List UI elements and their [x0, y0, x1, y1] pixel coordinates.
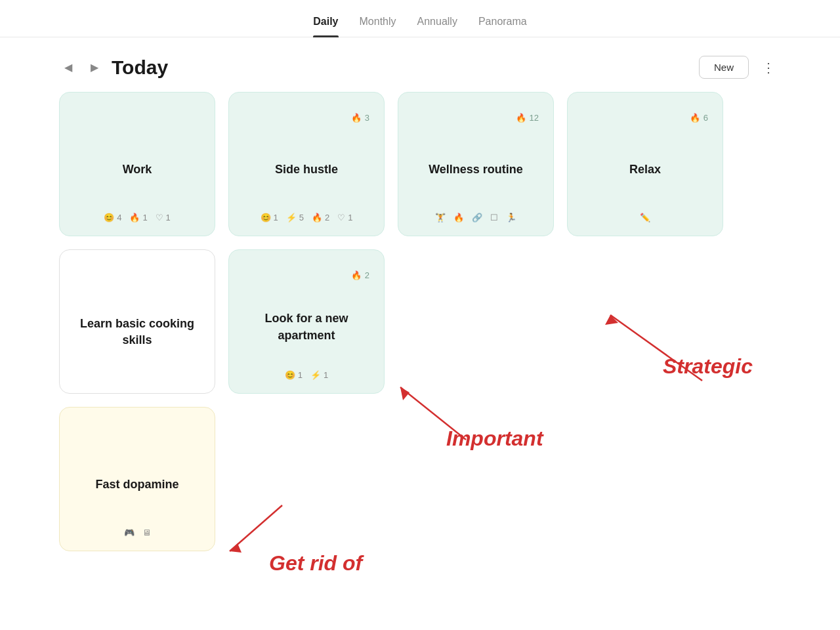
- card-work-title: Work: [74, 132, 200, 207]
- tab-daily[interactable]: Daily: [313, 16, 338, 37]
- card-sh-bolt: ⚡5: [286, 213, 304, 222]
- more-options-button[interactable]: ⋮: [757, 57, 781, 78]
- card-side-hustle-footer: 😊1 ⚡5 🔥2 ♡1: [243, 213, 369, 222]
- box-icon: ☐: [490, 213, 498, 222]
- card-apartment-title: Look for a new apartment: [243, 289, 369, 365]
- card-fast-dopamine-top: [74, 423, 200, 442]
- card-work-top: [74, 108, 200, 127]
- cards-container: Work 😊4 🔥1 ♡1 🔥 3 Side hustle 😊1 ⚡5 🔥2 ♡…: [0, 92, 840, 551]
- card-wellness-streak: 🔥 12: [516, 113, 539, 123]
- card-relax[interactable]: 🔥 6 Relax ✏️: [567, 92, 723, 236]
- page-title: Today: [112, 56, 691, 79]
- card-work[interactable]: Work 😊4 🔥1 ♡1: [59, 92, 215, 236]
- cards-row-2: Learn basic cooking skills 🔥 2 Look for …: [59, 249, 781, 394]
- card-apt-bolt: ⚡1: [310, 370, 328, 380]
- next-button[interactable]: ▶: [85, 58, 104, 76]
- card-relax-footer: ✏️: [582, 213, 708, 222]
- card-fast-dopamine-footer: 🎮 🖥: [74, 528, 200, 537]
- card-apartment-top: 🔥 2: [243, 266, 369, 284]
- card-sh-fire: 🔥2: [312, 213, 329, 222]
- flame-icon: 🔥: [351, 113, 362, 123]
- flame-icon: 🔥: [690, 113, 700, 123]
- link-icon: 🔗: [472, 213, 482, 222]
- card-relax-streak: 🔥 6: [690, 113, 708, 123]
- new-button[interactable]: New: [699, 56, 749, 79]
- card-apartment-footer: 😊1 ⚡1: [243, 370, 369, 380]
- card-side-hustle-title: Side hustle: [243, 132, 369, 207]
- pencil-icon: ✏️: [640, 213, 650, 222]
- get-rid-label: Get rid of: [269, 551, 362, 576]
- card-wellness-top: 🔥 12: [413, 108, 539, 127]
- card-relax-title: Relax: [582, 132, 708, 207]
- cards-row-1: Work 😊4 🔥1 ♡1 🔥 3 Side hustle 😊1 ⚡5 🔥2 ♡…: [59, 92, 781, 236]
- card-work-heart: ♡1: [156, 213, 171, 222]
- card-apt-emoji: 😊1: [285, 370, 303, 380]
- tab-panorama[interactable]: Panorama: [478, 16, 527, 37]
- card-sh-heart: ♡1: [337, 213, 352, 222]
- card-work-fire: 🔥1: [129, 213, 147, 222]
- card-cooking-title: Learn basic cooking skills: [74, 289, 200, 375]
- nav-tabs: Daily Monthly Annually Panorama: [0, 0, 840, 37]
- tab-monthly[interactable]: Monthly: [360, 16, 396, 37]
- game-icon: 🎮: [124, 528, 135, 537]
- run-icon: 🏃: [506, 213, 516, 222]
- cards-row-3: Fast dopamine 🎮 🖥: [59, 407, 781, 551]
- header-row: ◀ ▶ Today New ⋮: [0, 37, 840, 92]
- card-side-hustle-streak: 🔥 3: [351, 113, 369, 123]
- card-fast-dopamine[interactable]: Fast dopamine 🎮 🖥: [59, 407, 215, 551]
- card-wellness-footer: 🏋 🔥 🔗 ☐ 🏃: [413, 213, 539, 222]
- card-sh-emoji: 😊1: [261, 213, 278, 222]
- card-work-emoji: 😊4: [104, 213, 121, 222]
- fire-icon: 🔥: [453, 213, 464, 222]
- card-apartment-streak: 🔥 2: [351, 270, 369, 280]
- card-wellness-title: Wellness routine: [413, 132, 539, 207]
- monitor-icon: 🖥: [142, 528, 151, 537]
- card-cooking-top: [74, 266, 200, 284]
- card-relax-top: 🔥 6: [582, 108, 708, 127]
- card-apartment[interactable]: 🔥 2 Look for a new apartment 😊1 ⚡1: [228, 249, 385, 394]
- card-side-hustle-top: 🔥 3: [243, 108, 369, 127]
- card-cooking[interactable]: Learn basic cooking skills: [59, 249, 215, 394]
- flame-icon: 🔥: [351, 270, 362, 280]
- barbell-icon: 🏋: [435, 213, 446, 222]
- card-side-hustle[interactable]: 🔥 3 Side hustle 😊1 ⚡5 🔥2 ♡1: [228, 92, 385, 236]
- tab-annually[interactable]: Annually: [417, 16, 457, 37]
- card-fast-dopamine-title: Fast dopamine: [74, 447, 200, 522]
- card-wellness[interactable]: 🔥 12 Wellness routine 🏋 🔥 🔗 ☐ 🏃: [398, 92, 554, 236]
- prev-button[interactable]: ◀: [59, 58, 77, 76]
- flame-icon: 🔥: [516, 113, 526, 123]
- card-work-footer: 😊4 🔥1 ♡1: [74, 213, 200, 222]
